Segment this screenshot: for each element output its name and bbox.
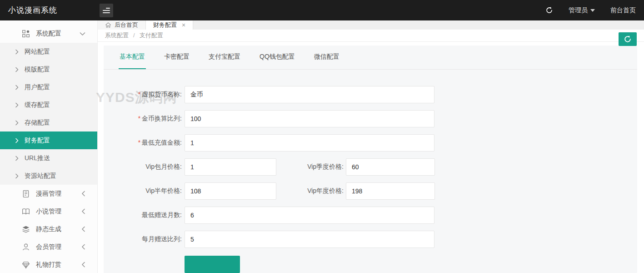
tab-dashboard-home[interactable]: 后台首页 <box>98 20 146 30</box>
breadcrumb: 系统配置 / 支付配置 <box>98 30 644 42</box>
sidebar-item-cache-config[interactable]: 缓存配置 <box>0 96 97 114</box>
chevron-right-icon <box>15 102 19 108</box>
admin-label: 管理员 <box>569 6 588 15</box>
form-row: *虚拟货币名称: <box>104 86 637 103</box>
breadcrumb-current: 支付配置 <box>140 31 163 40</box>
content-area: 后台首页 财务配置 × 系统配置 / 支付配置 基本配置 <box>98 20 644 273</box>
system-config-submenu: 网站配置 模版配置 用户配置 缓存配置 存储配置 <box>0 43 97 185</box>
tab-wechat-config[interactable]: 微信配置 <box>313 46 340 69</box>
layers-icon <box>22 225 30 233</box>
form-row: 最低赠送月数: <box>104 207 637 224</box>
sidebar-item-static-generation[interactable]: 静态生成 <box>0 220 97 238</box>
monthly-gift-ratio-input[interactable] <box>185 231 434 248</box>
sidebar-item-website-config[interactable]: 网站配置 <box>0 43 97 61</box>
field-label: 最低赠送月数: <box>104 211 182 219</box>
user-icon <box>22 243 30 251</box>
coin-exchange-ratio-input[interactable] <box>185 110 434 127</box>
tab-card-key-config[interactable]: 卡密配置 <box>163 46 190 69</box>
form-row: Vip包月价格: Vip季度价格: <box>104 158 637 176</box>
required-marker: * <box>138 139 140 146</box>
sidebar-item-url-push[interactable]: URL推送 <box>0 149 97 167</box>
sidebar-item-template-config[interactable]: 模版配置 <box>0 61 97 78</box>
chevron-right-icon <box>15 156 19 161</box>
vip-monthly-price-input[interactable] <box>185 158 276 176</box>
sidebar-item-label: 系统配置 <box>36 30 80 38</box>
book-icon <box>22 207 30 216</box>
min-recharge-amount-input[interactable] <box>185 134 434 152</box>
caret-down-icon <box>590 9 595 12</box>
sidebar: 系统配置 网站配置 模版配置 用户配置 <box>0 20 98 273</box>
grid-icon <box>22 30 30 38</box>
chevron-left-icon <box>81 244 85 250</box>
chevron-left-icon <box>81 226 85 232</box>
sidebar-item-user-config[interactable]: 用户配置 <box>0 78 97 96</box>
field-label: Vip季度价格: <box>276 163 344 171</box>
refresh-icon <box>624 35 632 43</box>
sidebar-item-gift-reward[interactable]: 礼物打赏 <box>0 256 97 273</box>
field-label: *金币换算比列: <box>104 115 182 123</box>
sidebar-item-storage-config[interactable]: 存储配置 <box>0 114 97 131</box>
field-label: *虚拟货币名称: <box>104 91 182 99</box>
required-marker: * <box>138 91 140 98</box>
field-label: *最低充值金额: <box>104 139 182 147</box>
sidebar-item-comic-management[interactable]: 漫画管理 <box>0 185 97 202</box>
admin-menu[interactable]: 管理员 <box>569 6 595 15</box>
home-icon <box>105 22 111 28</box>
config-panel: 基本配置 卡密配置 支付宝配置 QQ钱包配置 微信配置 *虚拟货币名称: *金币… <box>104 46 637 273</box>
chevron-right-icon <box>15 173 19 179</box>
app-title: 小说漫画系统 <box>0 5 98 15</box>
required-marker: * <box>138 115 140 122</box>
vip-yearly-price-input[interactable] <box>346 182 435 200</box>
field-label: Vip年度价格: <box>276 187 344 195</box>
chevron-right-icon <box>15 120 19 126</box>
form-row: *最低充值金额: <box>104 134 637 152</box>
sidebar-toggle-button[interactable] <box>100 4 113 17</box>
form-row: Vip半年价格: Vip年度价格: <box>104 182 637 200</box>
chevron-right-icon <box>15 49 19 55</box>
submit-button[interactable] <box>185 256 240 273</box>
tab-alipay-config[interactable]: 支付宝配置 <box>208 46 241 69</box>
tab-qq-wallet-config[interactable]: QQ钱包配置 <box>259 46 296 69</box>
vip-quarterly-price-input[interactable] <box>346 158 435 176</box>
sidebar-item-novel-management[interactable]: 小说管理 <box>0 202 97 220</box>
form-row: 每月赠送比列: <box>104 231 637 248</box>
tab-basic-config[interactable]: 基本配置 <box>119 46 146 69</box>
frontend-home-link[interactable]: 前台首页 <box>610 6 636 15</box>
field-label: Vip半年价格: <box>104 187 182 195</box>
config-tabs: 基本配置 卡密配置 支付宝配置 QQ钱包配置 微信配置 <box>104 46 637 70</box>
chevron-left-icon <box>81 208 85 214</box>
tab-finance-config[interactable]: 财务配置 × <box>146 20 193 30</box>
gift-icon <box>22 261 30 269</box>
sidebar-item-resource-site-config[interactable]: 资源站配置 <box>0 167 97 185</box>
refresh-icon <box>545 6 553 14</box>
topbar: 小说漫画系统 管理员 前台首页 <box>0 0 644 20</box>
sidebar-item-member-management[interactable]: 会员管理 <box>0 238 97 256</box>
field-label: Vip包月价格: <box>104 163 182 171</box>
breadcrumb-parent: 系统配置 <box>105 31 129 40</box>
chevron-right-icon <box>15 85 19 90</box>
sidebar-item-finance-config[interactable]: 财务配置 <box>0 131 97 149</box>
chevron-right-icon <box>15 138 19 143</box>
payment-config-form: *虚拟货币名称: *金币换算比列: *最低充值金额: Vip包月价格: Vip季… <box>104 70 637 273</box>
breadcrumb-separator: / <box>133 32 135 39</box>
sidebar-item-system-config[interactable]: 系统配置 <box>0 25 97 43</box>
close-icon[interactable]: × <box>182 22 185 28</box>
comic-icon <box>22 190 30 198</box>
min-gift-months-input[interactable] <box>185 207 434 224</box>
chevron-right-icon <box>15 67 19 72</box>
chevron-left-icon <box>81 191 85 197</box>
chevron-left-icon <box>81 262 85 268</box>
field-label: 每月赠送比列: <box>104 235 182 243</box>
topbar-refresh-button[interactable] <box>545 6 553 14</box>
virtual-currency-name-input[interactable] <box>185 86 434 103</box>
chevron-down-icon <box>80 32 85 36</box>
vip-halfyear-price-input[interactable] <box>185 182 276 200</box>
form-row: *金币换算比列: <box>104 110 637 127</box>
page-tabbar: 后台首页 财务配置 × <box>98 20 644 30</box>
panel-refresh-button[interactable] <box>619 32 637 46</box>
